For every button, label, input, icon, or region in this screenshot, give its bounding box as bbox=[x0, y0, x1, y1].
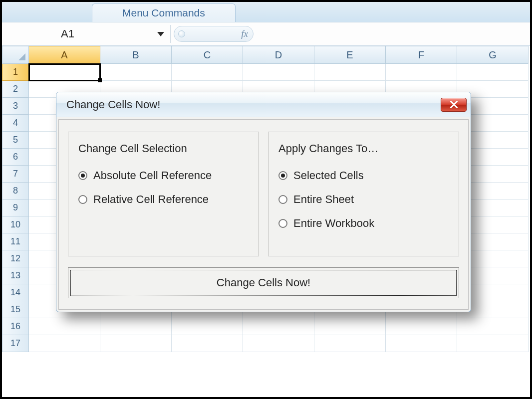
cell[interactable] bbox=[29, 335, 100, 352]
cell[interactable] bbox=[457, 318, 529, 335]
column-header-row: ABCDEFG bbox=[2, 46, 530, 64]
cell[interactable] bbox=[172, 318, 243, 335]
column-header[interactable]: E bbox=[314, 46, 386, 64]
row-header[interactable]: 10 bbox=[2, 216, 29, 233]
formula-bar-row: A1 fx bbox=[2, 22, 530, 46]
row-header[interactable]: 3 bbox=[2, 98, 29, 115]
cell[interactable] bbox=[457, 64, 529, 81]
option-label: Entire Sheet bbox=[293, 193, 354, 206]
cell-selection-option[interactable]: Absolute Cell Reference bbox=[78, 169, 249, 182]
column-header[interactable]: G bbox=[457, 46, 529, 64]
ribbon-tab-menu-commands[interactable]: Menu Commands bbox=[92, 3, 236, 22]
row-header[interactable]: 8 bbox=[2, 183, 29, 200]
cell[interactable] bbox=[314, 64, 386, 81]
fx-icon[interactable]: fx bbox=[241, 28, 248, 39]
row-header[interactable]: 1 bbox=[2, 64, 29, 81]
name-box-caret-icon bbox=[157, 32, 164, 36]
change-cell-selection-group: Change Cell Selection Absolute Cell Refe… bbox=[68, 132, 259, 256]
grid-row: 17 bbox=[2, 335, 530, 352]
column-header[interactable]: A bbox=[29, 46, 100, 64]
cell[interactable] bbox=[386, 335, 457, 352]
radio-icon bbox=[78, 195, 87, 204]
row-header[interactable]: 13 bbox=[2, 267, 29, 284]
row-header[interactable]: 7 bbox=[2, 166, 29, 183]
row-header[interactable]: 16 bbox=[2, 318, 29, 335]
row-header[interactable]: 12 bbox=[2, 250, 29, 267]
option-label: Selected Cells bbox=[293, 169, 364, 182]
option-label: Absolute Cell Reference bbox=[93, 169, 212, 182]
radio-icon bbox=[278, 171, 287, 180]
cell[interactable] bbox=[172, 64, 243, 81]
name-box-value: A1 bbox=[61, 27, 74, 40]
row-header[interactable]: 11 bbox=[2, 233, 29, 250]
cell[interactable] bbox=[243, 335, 314, 352]
apply-scope-option[interactable]: Entire Sheet bbox=[278, 193, 449, 206]
change-cells-now-button[interactable]: Change Cells Now! bbox=[68, 267, 459, 298]
column-header[interactable]: B bbox=[100, 46, 172, 64]
row-header[interactable]: 14 bbox=[2, 284, 29, 301]
name-box[interactable]: A1 bbox=[6, 25, 171, 43]
column-header[interactable]: F bbox=[386, 46, 457, 64]
row-header[interactable]: 15 bbox=[2, 301, 29, 318]
grid-row: 16 bbox=[2, 318, 530, 335]
cell[interactable] bbox=[386, 64, 457, 81]
cell[interactable] bbox=[314, 318, 386, 335]
select-all-corner[interactable] bbox=[2, 46, 29, 64]
grid-row: 1 bbox=[2, 64, 530, 81]
cell[interactable] bbox=[457, 335, 529, 352]
row-header[interactable]: 5 bbox=[2, 132, 29, 149]
cell[interactable] bbox=[100, 318, 172, 335]
radio-icon bbox=[278, 219, 287, 228]
option-label: Relative Cell Reference bbox=[93, 193, 209, 206]
cell[interactable] bbox=[243, 64, 314, 81]
dialog-title: Change Cells Now! bbox=[66, 98, 160, 111]
formula-bar[interactable]: fx bbox=[174, 25, 254, 43]
option-label: Entire Workbook bbox=[293, 217, 374, 230]
cell[interactable] bbox=[314, 335, 386, 352]
cell[interactable] bbox=[243, 318, 314, 335]
row-header[interactable]: 4 bbox=[2, 115, 29, 132]
row-header[interactable]: 2 bbox=[2, 81, 29, 98]
column-header[interactable]: C bbox=[172, 46, 243, 64]
cancel-dot-icon bbox=[178, 30, 185, 37]
cell-selection-option[interactable]: Relative Cell Reference bbox=[78, 193, 249, 206]
ribbon-tab-strip: Menu Commands bbox=[2, 2, 530, 22]
close-icon bbox=[450, 101, 458, 108]
radio-icon bbox=[278, 195, 287, 204]
dialog-titlebar[interactable]: Change Cells Now! bbox=[56, 92, 471, 117]
cell[interactable] bbox=[100, 64, 172, 81]
dialog-body: Change Cell Selection Absolute Cell Refe… bbox=[58, 119, 469, 310]
cell[interactable] bbox=[29, 64, 100, 81]
change-cells-dialog: Change Cells Now! Change Cell Selection … bbox=[56, 92, 471, 312]
column-header[interactable]: D bbox=[243, 46, 314, 64]
cell[interactable] bbox=[29, 318, 100, 335]
apply-changes-group: Apply Changes To… Selected CellsEntire S… bbox=[268, 132, 459, 256]
row-header[interactable]: 6 bbox=[2, 149, 29, 166]
apply-scope-option[interactable]: Selected Cells bbox=[278, 169, 449, 182]
apply-scope-option[interactable]: Entire Workbook bbox=[278, 217, 449, 230]
formula-bar-pill: fx bbox=[174, 26, 254, 42]
radio-icon bbox=[78, 171, 87, 180]
apply-changes-legend: Apply Changes To… bbox=[278, 142, 449, 155]
cell[interactable] bbox=[172, 335, 243, 352]
dialog-close-button[interactable] bbox=[441, 98, 467, 112]
row-header[interactable]: 17 bbox=[2, 335, 29, 352]
change-cell-selection-legend: Change Cell Selection bbox=[78, 142, 249, 155]
cell[interactable] bbox=[100, 335, 172, 352]
row-header[interactable]: 9 bbox=[2, 200, 29, 216]
cell[interactable] bbox=[386, 318, 457, 335]
